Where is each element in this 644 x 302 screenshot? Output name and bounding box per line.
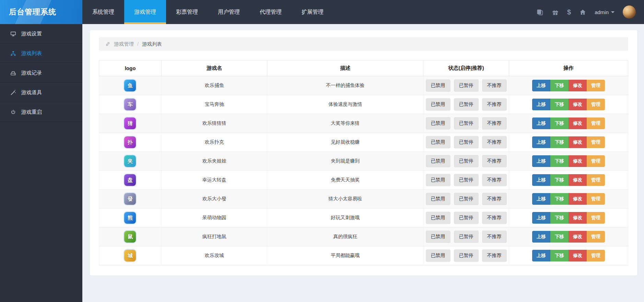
game-logo-icon: 扑 — [124, 136, 136, 148]
move-up-button[interactable]: 上移 — [532, 250, 550, 261]
move-down-button[interactable]: 下移 — [550, 212, 569, 224]
move-up-button[interactable]: 上移 — [532, 193, 550, 205]
user-menu[interactable]: admin — [595, 9, 614, 15]
edit-button[interactable]: 修改 — [569, 99, 587, 110]
game-logo-icon: 發 — [124, 193, 136, 205]
status-disabled-button[interactable]: 已禁用 — [426, 231, 450, 243]
edit-button[interactable]: 修改 — [569, 212, 587, 224]
status-notrecommend-button[interactable]: 不推荐 — [482, 193, 507, 205]
move-up-button[interactable]: 上移 — [532, 118, 550, 129]
dollar-icon[interactable]: $ — [567, 9, 571, 16]
top-nav-item[interactable]: 代理管理 — [250, 0, 292, 24]
edit-button[interactable]: 修改 — [569, 155, 587, 167]
top-nav-item[interactable]: 彩票管理 — [166, 0, 208, 24]
manage-button[interactable]: 管理 — [587, 193, 605, 205]
status-paused-button[interactable]: 已暂停 — [454, 98, 479, 111]
logo-cell: 猜 — [99, 114, 162, 133]
move-up-button[interactable]: 上移 — [532, 155, 550, 167]
manage-button[interactable]: 管理 — [587, 99, 605, 110]
top-nav-item[interactable]: 系统管理 — [82, 0, 124, 24]
top-nav-item[interactable]: 游戏管理 — [124, 0, 166, 24]
edit-button[interactable]: 修改 — [569, 250, 587, 261]
manage-button[interactable]: 管理 — [587, 118, 605, 129]
table-row: 车宝马奔驰体验速度与激情已禁用已暂停不推荐上移下移修改管理 — [99, 95, 628, 114]
breadcrumb-parent[interactable]: 游戏管理 — [114, 41, 134, 47]
move-down-button[interactable]: 下移 — [550, 155, 569, 167]
status-notrecommend-button[interactable]: 不推荐 — [482, 231, 507, 243]
top-nav-item[interactable]: 用户管理 — [208, 0, 250, 24]
status-paused-button[interactable]: 已暂停 — [454, 193, 479, 205]
edit-button[interactable]: 修改 — [569, 80, 587, 91]
move-down-button[interactable]: 下移 — [550, 136, 569, 148]
status-paused-button[interactable]: 已暂停 — [454, 117, 479, 130]
sidebar-item[interactable]: 游戏设置 — [0, 24, 82, 44]
status-paused-button[interactable]: 已暂停 — [454, 249, 479, 262]
status-notrecommend-button[interactable]: 不推荐 — [482, 136, 507, 148]
edit-button[interactable]: 修改 — [569, 231, 587, 243]
edit-button[interactable]: 修改 — [569, 193, 587, 205]
move-down-button[interactable]: 下移 — [550, 118, 569, 129]
manage-button[interactable]: 管理 — [587, 231, 605, 243]
move-up-button[interactable]: 上移 — [532, 174, 550, 186]
status-paused-button[interactable]: 已暂停 — [454, 174, 479, 186]
user-avatar[interactable] — [623, 5, 636, 19]
status-disabled-button[interactable]: 已禁用 — [426, 98, 450, 111]
move-up-button[interactable]: 上移 — [532, 212, 550, 224]
status-disabled-button[interactable]: 已禁用 — [426, 136, 450, 148]
status-paused-button[interactable]: 已暂停 — [454, 155, 479, 167]
logo-cell: 熊 — [99, 209, 162, 227]
manage-button[interactable]: 管理 — [587, 174, 605, 186]
action-button-group: 上移下移修改管理 — [532, 118, 605, 129]
manage-button[interactable]: 管理 — [587, 155, 605, 167]
status-paused-button[interactable]: 已暂停 — [454, 136, 479, 148]
move-up-button[interactable]: 上移 — [532, 231, 550, 243]
username-label: admin — [595, 9, 609, 15]
top-nav-item[interactable]: 扩展管理 — [292, 0, 333, 24]
edit-button[interactable]: 修改 — [569, 118, 587, 129]
status-notrecommend-button[interactable]: 不推荐 — [482, 249, 507, 262]
sidebar-item[interactable]: 游戏道具 — [0, 83, 82, 102]
manage-button[interactable]: 管理 — [587, 212, 605, 224]
manage-button[interactable]: 管理 — [587, 250, 605, 261]
status-disabled-button[interactable]: 已禁用 — [426, 79, 450, 92]
status-notrecommend-button[interactable]: 不推荐 — [482, 117, 507, 130]
edit-button[interactable]: 修改 — [569, 174, 587, 186]
status-paused-button[interactable]: 已暂停 — [454, 79, 479, 92]
status-notrecommend-button[interactable]: 不推荐 — [482, 155, 507, 167]
manage-button[interactable]: 管理 — [587, 136, 605, 148]
table-row: 夹欢乐夹娃娃夹到就是赚到已禁用已暂停不推荐上移下移修改管理 — [99, 152, 628, 171]
home-icon[interactable] — [579, 9, 586, 16]
manage-button[interactable]: 管理 — [587, 80, 605, 91]
wand-icon — [10, 90, 16, 96]
game-logo-icon: 盘 — [124, 174, 136, 186]
move-up-button[interactable]: 上移 — [532, 80, 550, 91]
status-paused-button[interactable]: 已暂停 — [454, 231, 479, 243]
move-up-button[interactable]: 上移 — [532, 99, 550, 110]
move-down-button[interactable]: 下移 — [550, 174, 569, 186]
status-notrecommend-button[interactable]: 不推荐 — [482, 212, 507, 224]
move-down-button[interactable]: 下移 — [550, 80, 569, 91]
move-up-button[interactable]: 上移 — [532, 136, 550, 148]
move-down-button[interactable]: 下移 — [550, 250, 569, 261]
game-name-cell: 欢乐捕鱼 — [161, 76, 267, 95]
move-down-button[interactable]: 下移 — [550, 99, 569, 110]
edit-button[interactable]: 修改 — [569, 136, 587, 148]
status-notrecommend-button[interactable]: 不推荐 — [482, 98, 507, 111]
status-notrecommend-button[interactable]: 不推荐 — [482, 79, 507, 92]
copy-icon[interactable] — [536, 9, 543, 16]
sidebar-item[interactable]: 游戏重启 — [0, 102, 82, 122]
status-disabled-button[interactable]: 已禁用 — [426, 117, 450, 130]
status-disabled-button[interactable]: 已禁用 — [426, 249, 450, 262]
status-disabled-button[interactable]: 已禁用 — [426, 212, 450, 224]
status-disabled-button[interactable]: 已禁用 — [426, 193, 450, 205]
sidebar-item[interactable]: 游戏列表 — [0, 44, 82, 63]
move-down-button[interactable]: 下移 — [550, 231, 569, 243]
status-disabled-button[interactable]: 已禁用 — [426, 155, 450, 167]
col-header-logo: logo — [99, 60, 162, 76]
gift-icon[interactable] — [552, 9, 559, 16]
move-down-button[interactable]: 下移 — [550, 193, 569, 205]
status-disabled-button[interactable]: 已禁用 — [426, 174, 450, 186]
sidebar-item[interactable]: 游戏记录 — [0, 63, 82, 83]
status-paused-button[interactable]: 已暂停 — [454, 212, 479, 224]
status-notrecommend-button[interactable]: 不推荐 — [482, 174, 507, 186]
